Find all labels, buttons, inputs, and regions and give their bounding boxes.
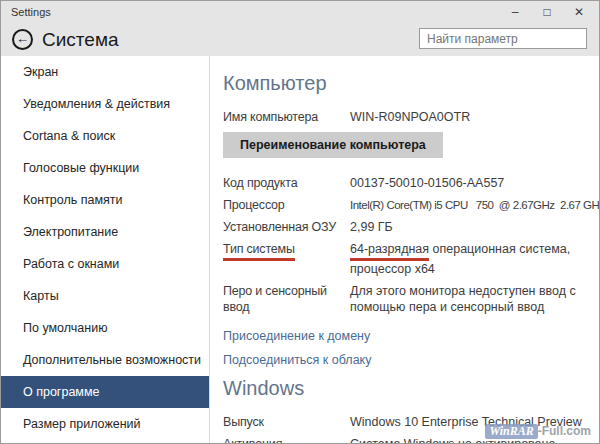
info-row: Тип системы64-разрядная операционная сис… xyxy=(223,241,599,277)
back-button[interactable]: ← xyxy=(12,29,33,50)
computer-info-rows: Код продукта00137-50010-01506-AA557Проце… xyxy=(223,175,599,315)
info-value: 64-разрядная операционная система, проце… xyxy=(350,241,599,277)
minimize-icon[interactable]: – xyxy=(499,1,531,23)
info-label: Перо и сенсорный ввод xyxy=(223,283,350,315)
red-underline-annotation: Тип системы xyxy=(223,241,295,261)
windows-heading: Windows xyxy=(223,377,599,400)
info-label: Активация xyxy=(223,436,350,443)
close-icon[interactable]: ✕ xyxy=(563,1,595,23)
join-domain-link[interactable]: Присоединение к домену xyxy=(223,329,599,343)
sidebar-item-1[interactable]: Уведомления & действия xyxy=(1,88,209,120)
info-value: 2,99 ГБ xyxy=(350,219,599,235)
main-content: Компьютер Имя компьютера WIN-R09NPOA0OTR… xyxy=(210,56,599,443)
info-label: Установленная ОЗУ xyxy=(223,219,350,235)
join-cloud-link[interactable]: Подсоединиться к облаку xyxy=(223,353,599,367)
window-title: Settings xyxy=(1,6,499,18)
titlebar: Settings – □ ✕ xyxy=(1,1,599,23)
sidebar: ЭкранУведомления & действияCortana & пои… xyxy=(1,56,210,443)
sidebar-item-4[interactable]: Контроль памяти xyxy=(1,184,209,216)
computer-name-row: Имя компьютера WIN-R09NPOA0OTR xyxy=(223,109,599,125)
sidebar-item-2[interactable]: Cortana & поиск xyxy=(1,120,209,152)
body-area: ЭкранУведомления & действияCortana & пои… xyxy=(1,56,599,443)
info-row: Перо и сенсорный вводДля этого монитора … xyxy=(223,283,599,315)
info-row: ПроцессорIntel(R) Core(TM) i5 CPU 750 @ … xyxy=(223,197,599,213)
info-row: Установленная ОЗУ2,99 ГБ xyxy=(223,219,599,235)
sidebar-item-9[interactable]: Дополнительные возможности xyxy=(1,344,209,376)
info-value: Intel(R) Core(TM) i5 CPU 750 @ 2.67GHz 2… xyxy=(350,197,599,213)
sidebar-item-7[interactable]: Карты xyxy=(1,280,209,312)
computer-heading: Компьютер xyxy=(223,72,599,95)
info-value: 00137-50010-01506-AA557 xyxy=(350,175,599,191)
rename-computer-button[interactable]: Переименование компьютера xyxy=(223,132,443,158)
sidebar-item-11[interactable]: Размер приложений xyxy=(1,408,209,440)
page-title: Система xyxy=(42,29,119,51)
info-label: Тип системы xyxy=(223,241,350,277)
settings-window: Settings – □ ✕ ← Система ЭкранУведомлени… xyxy=(0,0,600,444)
window-controls: – □ ✕ xyxy=(499,1,595,23)
red-underline-annotation: 64-разрядная xyxy=(350,241,429,261)
info-label: Код продукта xyxy=(223,175,350,191)
info-label: Выпуск xyxy=(223,414,350,430)
watermark-suffix: -Full.com xyxy=(538,424,591,438)
sidebar-item-0[interactable]: Экран xyxy=(1,56,209,88)
watermark: WinRAR-Full.com xyxy=(485,424,591,439)
sidebar-item-3[interactable]: Голосовые функции xyxy=(1,152,209,184)
info-value: WIN-R09NPOA0OTR xyxy=(350,109,599,125)
sidebar-item-10[interactable]: О программе xyxy=(1,376,209,408)
search-input[interactable] xyxy=(419,28,587,49)
info-row: Код продукта00137-50010-01506-AA557 xyxy=(223,175,599,191)
maximize-icon[interactable]: □ xyxy=(531,1,563,23)
sidebar-item-5[interactable]: Электропитание xyxy=(1,216,209,248)
sidebar-item-8[interactable]: По умолчанию xyxy=(1,312,209,344)
info-label: Процессор xyxy=(223,197,350,213)
back-icon: ← xyxy=(16,31,29,46)
domain-cloud-links: Присоединение к доменуПодсоединиться к о… xyxy=(223,329,599,367)
winrar-badge: WinRAR xyxy=(485,424,537,439)
page-header: ← Система xyxy=(1,23,599,56)
sidebar-item-6[interactable]: Работа с окнами xyxy=(1,248,209,280)
info-value: Для этого монитора недоступен ввод с пом… xyxy=(350,283,599,315)
info-label: Имя компьютера xyxy=(223,109,350,125)
